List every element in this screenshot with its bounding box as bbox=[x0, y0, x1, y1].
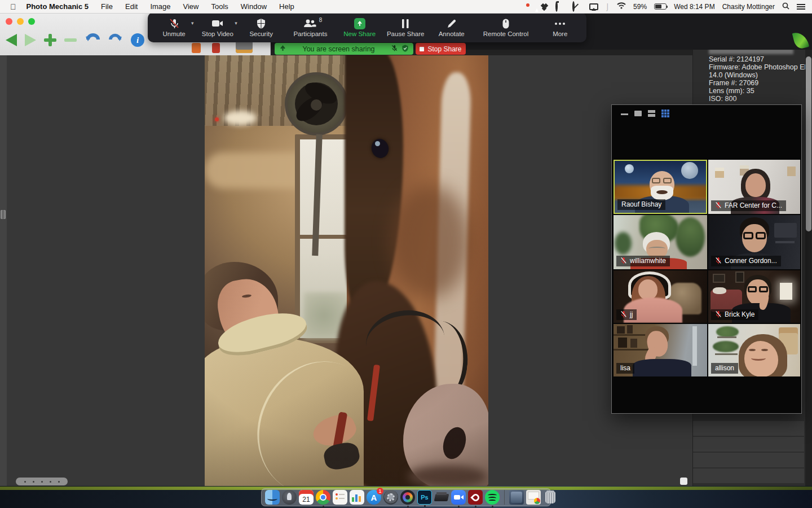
participant-name-label: jj bbox=[616, 309, 637, 320]
new-share-button[interactable]: New Share bbox=[343, 18, 376, 37]
running-indicator bbox=[458, 506, 460, 507]
pm-color-tool-partial[interactable] bbox=[236, 41, 253, 53]
control-center-icon[interactable] bbox=[797, 3, 805, 10]
mic-muted-icon bbox=[620, 257, 627, 265]
dock-item-notes[interactable] bbox=[333, 490, 347, 505]
mic-muted-icon bbox=[715, 257, 722, 265]
annotate-button[interactable]: Annotate bbox=[435, 18, 468, 37]
dock-item-finder[interactable] bbox=[265, 490, 280, 505]
zoom-gallery-window[interactable]: Raouf Bishay FAR Center for C... bbox=[611, 104, 802, 414]
dock-item-acrobat[interactable] bbox=[468, 490, 483, 505]
pause-icon bbox=[401, 18, 410, 29]
security-button[interactable]: Security bbox=[245, 18, 277, 37]
menu-tools[interactable]: Tools bbox=[211, 2, 228, 11]
preview-nav-pill[interactable] bbox=[16, 478, 68, 485]
ring-icon[interactable] bbox=[555, 2, 558, 11]
dock-item-spotify[interactable] bbox=[485, 490, 500, 505]
preview-photo bbox=[205, 55, 488, 486]
dock-item-numbers[interactable] bbox=[350, 490, 364, 505]
video-tile[interactable]: allison bbox=[708, 324, 800, 376]
rotate-ccw-button[interactable] bbox=[85, 32, 100, 48]
bluetooth-icon[interactable]: ⌡ bbox=[606, 3, 610, 11]
dock-item-chrome[interactable] bbox=[316, 490, 330, 505]
stop-share-button[interactable]: Stop Share bbox=[416, 43, 466, 55]
rotate-cw-button[interactable] bbox=[108, 33, 123, 47]
desktop:  Photo Mechanic 5 File Edit Image View … bbox=[0, 0, 812, 508]
menu-clock[interactable]: Wed 8:14 PM bbox=[674, 3, 714, 11]
info-button[interactable]: i bbox=[131, 33, 144, 47]
speaker-view-icon[interactable] bbox=[634, 111, 642, 116]
panel-divider-grip[interactable] bbox=[1, 210, 6, 219]
pm-tool-icon-partial[interactable] bbox=[192, 43, 201, 53]
stop-square-icon bbox=[420, 47, 424, 51]
next-photo-button[interactable] bbox=[25, 34, 36, 46]
menu-edit[interactable]: Edit bbox=[125, 2, 138, 11]
video-tile[interactable]: Conner Gordon... bbox=[708, 215, 800, 269]
strip-view-icon[interactable] bbox=[648, 110, 655, 117]
participants-button[interactable]: 8 Participants bbox=[288, 18, 332, 37]
video-tile[interactable]: FAR Center for C... bbox=[708, 160, 800, 214]
dock-item-zoom[interactable] bbox=[451, 490, 466, 505]
share-arrow-up-icon bbox=[354, 18, 365, 29]
window-zoom-button[interactable] bbox=[28, 18, 35, 25]
chevron-down-icon[interactable]: ▾ bbox=[191, 20, 194, 26]
menu-view[interactable]: View bbox=[183, 2, 199, 11]
menu-user[interactable]: Chasity Mottinger bbox=[722, 3, 775, 11]
desktop-file-icon[interactable] bbox=[793, 30, 809, 51]
app-menu-title[interactable]: Photo Mechanic 5 bbox=[27, 2, 89, 11]
meta-firmware2: 14.0 (Windows) bbox=[709, 71, 805, 79]
wifi-icon[interactable] bbox=[617, 2, 626, 11]
dock-item-downloads-stack[interactable] bbox=[509, 490, 524, 505]
zoom-in-button[interactable] bbox=[44, 34, 56, 46]
dropbox-icon[interactable] bbox=[541, 3, 548, 10]
dock-item-photo-mechanic[interactable] bbox=[400, 490, 415, 505]
dock-item-calendar[interactable]: 21 bbox=[299, 490, 314, 505]
zoom-out-button[interactable] bbox=[64, 38, 77, 42]
panel-row bbox=[693, 437, 804, 452]
pause-share-button[interactable]: Pause Share bbox=[387, 18, 425, 37]
menu-file[interactable]: File bbox=[101, 2, 113, 11]
video-tile[interactable]: jj bbox=[614, 270, 707, 323]
window-close-button[interactable] bbox=[6, 18, 12, 25]
video-tile[interactable]: Raouf Bishay bbox=[614, 160, 707, 214]
window-minimize-icon[interactable] bbox=[621, 113, 628, 115]
video-tile[interactable]: williamwhite bbox=[614, 215, 707, 269]
apple-menu-icon[interactable]:  bbox=[10, 2, 16, 11]
panel-scrollbar[interactable] bbox=[805, 47, 812, 486]
chevron-down-icon[interactable]: ▾ bbox=[235, 20, 237, 26]
scrollbar-thumb[interactable] bbox=[806, 56, 811, 231]
running-indicator bbox=[407, 506, 409, 507]
dock-item-photoshop[interactable]: Ps bbox=[417, 490, 432, 505]
pm-trash-icon-partial[interactable] bbox=[212, 43, 220, 53]
menu-image[interactable]: Image bbox=[150, 2, 170, 11]
more-button[interactable]: More bbox=[544, 18, 576, 37]
window-minimize-button[interactable] bbox=[17, 18, 24, 25]
dock-item-scanner[interactable] bbox=[434, 490, 449, 505]
banner-shield-icon bbox=[401, 45, 409, 54]
slash-circle-icon[interactable] bbox=[572, 2, 575, 11]
left-panel-rail bbox=[0, 55, 7, 486]
photo-mechanic-toolbar: i bbox=[6, 30, 144, 50]
video-tile[interactable]: lisa bbox=[614, 324, 707, 376]
running-indicator bbox=[323, 506, 324, 507]
dock-item-app-store[interactable]: A 1 bbox=[367, 490, 381, 505]
remote-control-button[interactable]: Remote Control bbox=[479, 18, 533, 37]
menu-help[interactable]: Help bbox=[279, 2, 294, 11]
display-mirroring-icon[interactable] bbox=[589, 3, 598, 10]
previous-photo-button[interactable] bbox=[6, 34, 17, 46]
stop-video-button[interactable]: ▾ Stop Video bbox=[201, 18, 234, 37]
video-tile[interactable]: Brick Kyle bbox=[708, 270, 800, 323]
dock-item-documents-stack[interactable] bbox=[526, 490, 541, 505]
dock-separator bbox=[504, 490, 505, 505]
dock-item-system-preferences[interactable] bbox=[383, 490, 398, 505]
meta-iso: ISO: 800 bbox=[709, 95, 805, 103]
share-arrow-icon bbox=[279, 45, 286, 54]
resize-handle[interactable] bbox=[680, 478, 687, 485]
gallery-view-grid[interactable] bbox=[661, 110, 669, 117]
menu-window[interactable]: Window bbox=[241, 2, 267, 11]
dock-item-launchpad[interactable] bbox=[282, 490, 297, 505]
running-indicator bbox=[424, 505, 426, 507]
dock-item-trash[interactable] bbox=[543, 490, 558, 505]
unmute-button[interactable]: ▾ Unmute bbox=[158, 18, 191, 37]
spotlight-icon[interactable] bbox=[782, 2, 789, 11]
